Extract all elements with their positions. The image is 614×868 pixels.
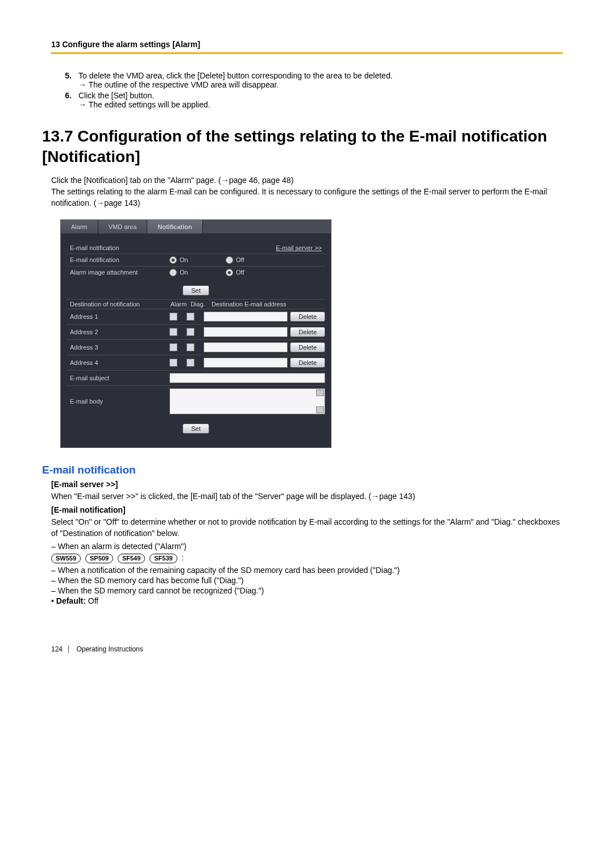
line-diag-3: When the SD memory card cannot be recogn… (51, 586, 563, 595)
col-dest: Destination E-mail address (208, 301, 325, 308)
delete-addr3[interactable]: Delete (290, 342, 325, 352)
delete-addr2[interactable]: Delete (290, 327, 325, 337)
badge-sf539: SF539 (150, 554, 177, 563)
text-email-server: When "E-mail server >>" is clicked, the … (51, 491, 563, 502)
radio-attach-off[interactable]: Off (226, 269, 280, 276)
badge-sf549: SF549 (118, 554, 145, 563)
scroll-down-icon[interactable] (316, 406, 324, 413)
tab-notification[interactable]: Notification (147, 220, 203, 234)
label-email-subject: E-mail subject (67, 375, 169, 381)
label-address-3: Address 3 (67, 344, 169, 351)
tab-bar: Alarm VMD area Notification (61, 220, 331, 234)
input-email-subject[interactable] (169, 373, 325, 383)
badge-sw559: SW559 (51, 554, 81, 563)
col-diag: Diag. (188, 301, 208, 308)
label-address-2: Address 2 (67, 329, 169, 335)
notification-config-panel: Alarm VMD area Notification E-mail notif… (60, 219, 331, 448)
radio-email-on[interactable]: On (169, 256, 223, 264)
page-footer: 124 Operating Instructions (51, 645, 563, 653)
input-addr3[interactable] (204, 342, 288, 352)
step-5-text: To delete the VMD area, click the [Delet… (78, 71, 563, 80)
badge-sp509: SP509 (85, 554, 113, 563)
chk-addr1-diag[interactable] (186, 313, 194, 321)
step-6-result: The edited settings will be applied. (78, 100, 563, 109)
line-default: Default: Off (51, 596, 563, 605)
input-addr1[interactable] (204, 312, 288, 322)
delete-addr1[interactable]: Delete (290, 312, 325, 322)
line-diag-2: When the SD memory card has become full … (51, 576, 563, 585)
input-addr4[interactable] (204, 358, 288, 368)
model-badges: SW559 SP509 SF549 SF539 : (51, 553, 563, 563)
step-5-result: The outline of the respective VMD area w… (78, 80, 563, 89)
text-email-notification: Select "On" or "Off" to determine whethe… (51, 516, 563, 539)
step-6-number: 6. (51, 91, 78, 109)
doc-title: Operating Instructions (76, 645, 143, 653)
chk-addr4-alarm[interactable] (169, 359, 177, 367)
chk-addr3-diag[interactable] (186, 343, 194, 351)
label-address-1: Address 1 (67, 313, 169, 320)
input-addr2[interactable] (204, 327, 288, 337)
label-email-notification: E-mail notification (67, 256, 169, 263)
step-5-number: 5. (51, 71, 78, 89)
chk-addr1-alarm[interactable] (169, 313, 177, 321)
set-button-2[interactable]: Set (182, 423, 209, 434)
label-address-4: Address 4 (67, 359, 169, 366)
label-alarm-image-attachment: Alarm image attachment (67, 269, 169, 276)
scroll-up-icon[interactable] (316, 389, 324, 396)
group-destination: Destination of notification (67, 301, 169, 308)
chk-addr2-alarm[interactable] (169, 328, 177, 336)
step-6-text: Click the [Set] button. (78, 91, 563, 100)
group-email-notification: E-mail notification (67, 244, 169, 251)
col-alarm: Alarm (169, 301, 188, 308)
chk-addr2-diag[interactable] (186, 328, 194, 336)
radio-email-off[interactable]: Off (226, 256, 280, 264)
set-button-1[interactable]: Set (182, 285, 209, 296)
intro-line-2: The settings relating to the alarm E-mai… (51, 186, 563, 209)
subhead-email-notification: [E-mail notification] (51, 505, 563, 514)
chk-addr4-diag[interactable] (186, 359, 194, 367)
input-email-body[interactable] (169, 388, 325, 414)
delete-addr4[interactable]: Delete (290, 358, 325, 368)
chapter-header: 13 Configure the alarm settings [Alarm] (51, 40, 563, 54)
tab-alarm[interactable]: Alarm (61, 220, 98, 234)
label-email-body: E-mail body (67, 398, 169, 405)
subhead-email-server: [E-mail server >>] (51, 480, 563, 489)
link-email-server[interactable]: E-mail server >> (276, 244, 325, 251)
page-number: 124 (51, 645, 69, 653)
line-diag-1: When a notification of the remaining cap… (51, 566, 563, 575)
tab-vmd-area[interactable]: VMD area (98, 220, 148, 234)
heading-email-notification: E-mail notification (42, 464, 563, 476)
chk-addr3-alarm[interactable] (169, 343, 177, 351)
intro-line-1: Click the [Notification] tab on the "Ala… (51, 175, 563, 186)
radio-attach-on[interactable]: On (169, 269, 223, 276)
section-title: 13.7 Configuration of the settings relat… (42, 126, 563, 168)
line-alarm-detected: When an alarm is detected ("Alarm") (51, 542, 563, 551)
